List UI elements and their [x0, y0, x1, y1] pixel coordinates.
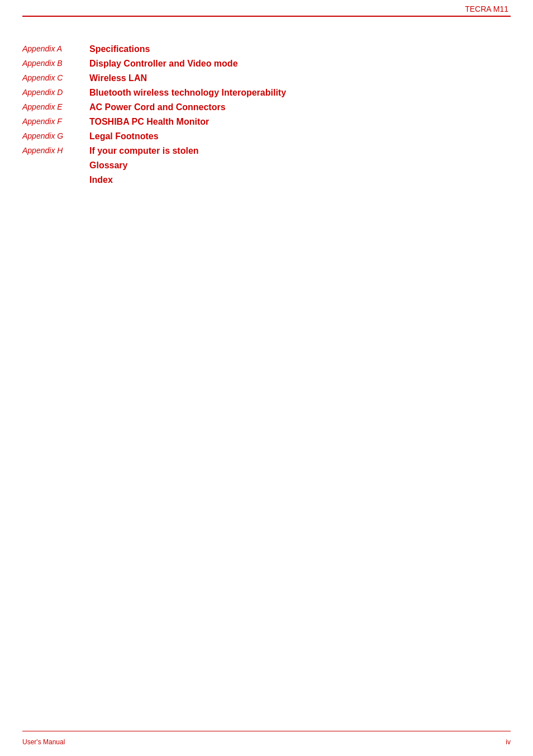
toc-appendix-title[interactable]: Specifications [89, 42, 511, 56]
toc-row: Appendix ASpecifications [22, 42, 511, 56]
toc-appendix-title[interactable]: Bluetooth wireless technology Interopera… [89, 86, 511, 100]
toc-appendix-label[interactable]: Appendix F [22, 115, 89, 129]
main-content: Appendix ASpecificationsAppendix BDispla… [22, 31, 511, 722]
toc-appendix-title[interactable]: AC Power Cord and Connectors [89, 100, 511, 115]
toc-row: Appendix CWireless LAN [22, 71, 511, 86]
toc-appendix-title[interactable]: Wireless LAN [89, 71, 511, 86]
toc-appendix-label[interactable]: Appendix A [22, 42, 89, 56]
toc-appendix-title[interactable]: TOSHIBA PC Health Monitor [89, 115, 511, 129]
toc-appendix-label[interactable]: Appendix H [22, 144, 89, 158]
page-header: TECRA M11 [465, 4, 508, 13]
toc-appendix-title[interactable]: Display Controller and Video mode [89, 56, 511, 71]
toc-appendix-label[interactable]: Appendix G [22, 129, 89, 144]
footer-left: User's Manual [22, 738, 65, 746]
toc-row: Appendix FTOSHIBA PC Health Monitor [22, 115, 511, 129]
toc-appendix-label[interactable]: Appendix B [22, 56, 89, 71]
toc-appendix-label[interactable] [22, 158, 89, 173]
toc-row: Glossary [22, 158, 511, 173]
toc-row: Appendix EAC Power Cord and Connectors [22, 100, 511, 115]
bottom-border [22, 731, 511, 731]
toc-row: Appendix HIf your computer is stolen [22, 144, 511, 158]
toc-row: Appendix DBluetooth wireless technology … [22, 86, 511, 100]
footer-right: iv [506, 738, 511, 746]
toc-appendix-label[interactable] [22, 173, 89, 187]
toc-appendix-title[interactable]: Index [89, 173, 511, 187]
page-container: TECRA M11 Appendix ASpecificationsAppend… [0, 0, 533, 756]
toc-appendix-label[interactable]: Appendix C [22, 71, 89, 86]
toc-appendix-title[interactable]: Legal Footnotes [89, 129, 511, 144]
toc-appendix-title[interactable]: If your computer is stolen [89, 144, 511, 158]
toc-appendix-label[interactable]: Appendix D [22, 86, 89, 100]
header-title: TECRA M11 [465, 4, 508, 13]
toc-appendix-title[interactable]: Glossary [89, 158, 511, 173]
toc-appendix-label[interactable]: Appendix E [22, 100, 89, 115]
toc-row: Appendix GLegal Footnotes [22, 129, 511, 144]
top-border [22, 16, 511, 17]
toc-row: Index [22, 173, 511, 187]
toc-table: Appendix ASpecificationsAppendix BDispla… [22, 42, 511, 187]
toc-row: Appendix BDisplay Controller and Video m… [22, 56, 511, 71]
footer: User's Manual iv [22, 738, 511, 746]
